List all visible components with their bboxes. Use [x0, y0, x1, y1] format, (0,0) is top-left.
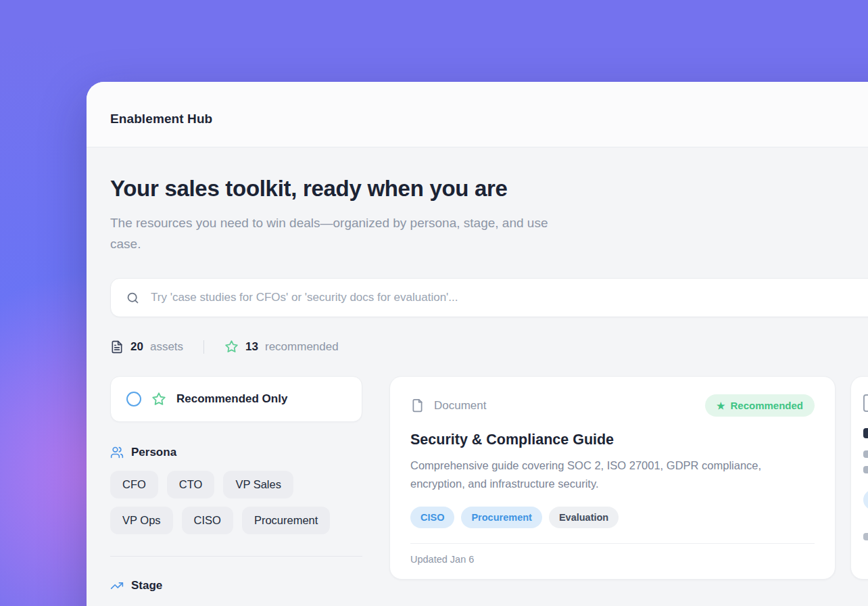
persona-section-label: Persona	[131, 446, 176, 459]
card-title: Security & Compliance Guide	[410, 432, 815, 448]
persona-chip-procurement[interactable]: Procurement	[242, 507, 330, 534]
asset-card-partial[interactable]	[850, 376, 868, 580]
stats-row: 20 assets 13 recommended	[110, 340, 868, 354]
page-header: Enablement Hub	[87, 82, 868, 147]
asset-card-security-compliance-guide[interactable]: Document ★ Recommended Security & Compli…	[389, 376, 836, 580]
file-text-icon	[110, 340, 124, 354]
recommended-badge-label: Recommended	[730, 400, 803, 411]
search-bar	[110, 278, 868, 317]
star-icon	[224, 340, 239, 354]
card-updated: Updated Jan 6	[410, 543, 815, 579]
recommended-count-stat: 13 recommended	[224, 340, 339, 354]
star-filled-icon: ★	[717, 401, 725, 411]
toggle-circle-icon	[126, 392, 141, 406]
stage-section-header: Stage	[110, 579, 362, 592]
card-header: Document ★ Recommended	[410, 394, 815, 417]
tag-ciso: CISO	[410, 507, 454, 528]
content-row: Recommended Only Persona CFO CTO VP Sale…	[110, 376, 868, 592]
assets-label: assets	[150, 340, 183, 354]
assets-count: 20	[130, 340, 143, 354]
search-input[interactable]	[151, 291, 868, 304]
asset-cards: Document ★ Recommended Security & Compli…	[389, 376, 868, 580]
star-icon	[151, 392, 166, 406]
persona-chip-cfo[interactable]: CFO	[110, 471, 158, 498]
tag-procurement: Procurement	[461, 507, 541, 528]
page-title: Your sales toolkit, ready when you are	[110, 176, 868, 202]
stage-section-label: Stage	[131, 579, 162, 592]
skeleton-footer	[863, 533, 868, 540]
assets-count-stat: 20 assets	[110, 340, 183, 354]
recommended-count: 13	[245, 340, 258, 354]
card-description: Comprehensive guide covering SOC 2, ISO …	[410, 457, 789, 493]
trending-up-icon	[110, 579, 124, 592]
document-icon	[863, 394, 868, 412]
sidebar-divider	[110, 556, 362, 557]
card-tags: CISO Procurement Evaluation	[410, 507, 815, 528]
skeleton-title	[863, 428, 868, 438]
recommended-badge: ★ Recommended	[705, 394, 815, 417]
persona-chip-ciso[interactable]: CISO	[182, 507, 233, 534]
persona-chips: CFO CTO VP Sales VP Ops CISO Procurement	[110, 471, 362, 534]
recommended-label: recommended	[265, 340, 339, 354]
card-type: Document	[410, 398, 486, 413]
card-type-label: Document	[434, 399, 486, 413]
page-subtitle: The resources you need to win deals—orga…	[110, 212, 577, 254]
search-icon	[126, 291, 140, 305]
stats-divider	[203, 340, 204, 354]
persona-chip-vp-sales[interactable]: VP Sales	[223, 471, 293, 498]
app-title: Enablement Hub	[110, 112, 868, 126]
persona-section-header: Persona	[110, 446, 362, 459]
skeleton-line	[863, 450, 868, 458]
skeleton-line	[863, 466, 868, 473]
filters-sidebar: Recommended Only Persona CFO CTO VP Sale…	[110, 376, 362, 592]
recommended-only-toggle[interactable]: Recommended Only	[110, 376, 362, 422]
enablement-hub-panel: Enablement Hub Your sales toolkit, ready…	[87, 82, 868, 606]
skeleton-tag	[863, 490, 868, 510]
document-icon	[410, 398, 425, 413]
users-icon	[110, 446, 124, 459]
persona-chip-vp-ops[interactable]: VP Ops	[110, 507, 173, 534]
persona-chip-cto[interactable]: CTO	[167, 471, 215, 498]
page-body: Your sales toolkit, ready when you are T…	[87, 147, 868, 592]
tag-evaluation: Evaluation	[549, 507, 619, 528]
recommended-only-label: Recommended Only	[176, 392, 287, 406]
